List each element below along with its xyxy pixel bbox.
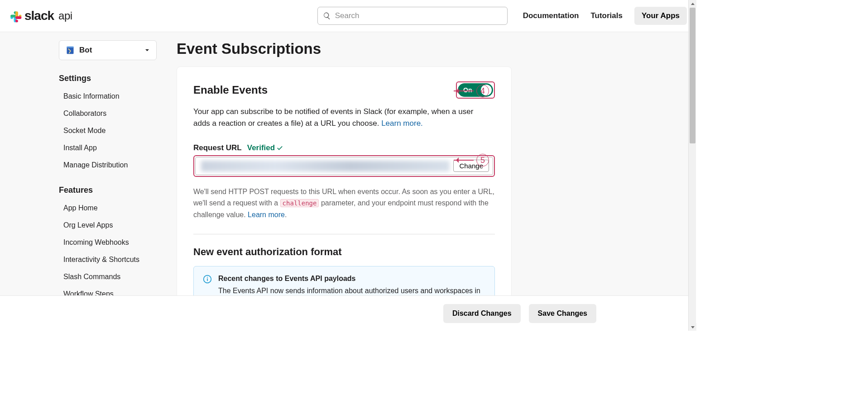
checkmark-icon — [277, 145, 283, 151]
request-url-label: Request URL — [193, 143, 242, 152]
sidebar-item-basic-information[interactable]: Basic Information — [59, 90, 157, 103]
page-title: Event Subscriptions — [177, 40, 687, 57]
learn-more-link[interactable]: Learn more. — [381, 119, 423, 128]
change-url-button[interactable]: Change — [453, 160, 489, 172]
toggle-on-label: On — [463, 86, 472, 94]
request-url-value-redacted — [201, 161, 450, 171]
svg-rect-3 — [207, 279, 208, 281]
enable-events-description: Your app can subscribe to be notified of… — [193, 106, 483, 130]
sidebar-item-app-home[interactable]: App Home — [59, 201, 157, 215]
scrollbar-up-button[interactable] — [689, 0, 696, 8]
request-url-field: Change — [195, 157, 493, 175]
sidebar-item-interactivity-shortcuts[interactable]: Interactivity & Shortcuts — [59, 253, 157, 266]
sidebar-item-manage-distribution[interactable]: Manage Distribution — [59, 158, 157, 172]
app-select-label: Bot — [79, 46, 92, 55]
sidebar-item-install-app[interactable]: Install App — [59, 141, 157, 155]
info-icon — [203, 275, 212, 284]
enable-events-title: Enable Events — [193, 84, 268, 96]
footer-bar: Discard Changes Save Changes — [0, 295, 696, 331]
sidebar-item-org-level-apps[interactable]: Org Level Apps — [59, 219, 157, 232]
scrollbar-vertical[interactable] — [688, 0, 696, 331]
svg-rect-4 — [207, 277, 208, 278]
nav-tutorials[interactable]: Tutorials — [590, 11, 623, 20]
header: slack api Documentation Tutorials Your A… — [0, 0, 696, 32]
helper-learn-more-link[interactable]: Learn more — [248, 211, 285, 219]
scrollbar-down-button[interactable] — [689, 323, 696, 331]
svg-rect-1 — [67, 47, 74, 48]
nav-documentation[interactable]: Documentation — [523, 11, 579, 20]
challenge-code: challenge — [280, 199, 319, 207]
enable-events-toggle[interactable]: On — [458, 83, 493, 97]
sidebar-item-socket-mode[interactable]: Socket Mode — [59, 124, 157, 138]
sidebar-item-slash-commands[interactable]: Slash Commands — [59, 270, 157, 284]
app-icon — [66, 46, 75, 55]
verified-badge: Verified — [247, 143, 283, 152]
content: Event Subscriptions Enable Events On You… — [168, 32, 696, 331]
app-select-dropdown[interactable]: Bot — [59, 40, 157, 60]
slack-logo-icon — [8, 9, 22, 23]
desc-text: Your app can subscribe to be notified of… — [193, 107, 473, 128]
nav-links: Documentation Tutorials Your Apps — [523, 7, 687, 25]
verified-text: Verified — [247, 143, 275, 152]
sidebar-group-features: Features — [59, 185, 168, 195]
sidebar-item-collaborators[interactable]: Collaborators — [59, 107, 157, 120]
sidebar-group-settings: Settings — [59, 74, 168, 83]
main-card: Enable Events On Your app can subscribe … — [177, 67, 512, 331]
annotation-toggle-highlight: On — [456, 81, 495, 99]
logo-api-text: api — [58, 10, 72, 22]
nav-your-apps[interactable]: Your Apps — [634, 7, 687, 25]
notice-title: Recent changes to Events API payloads — [218, 275, 485, 283]
discard-changes-button[interactable]: Discard Changes — [443, 304, 521, 323]
chevron-down-icon — [144, 48, 150, 53]
annotation-url-highlight: Change — [193, 155, 495, 177]
sidebar-item-incoming-webhooks[interactable]: Incoming Webhooks — [59, 236, 157, 249]
logo-text: slack — [24, 9, 54, 23]
toggle-knob — [481, 85, 492, 95]
search-icon — [323, 12, 331, 20]
search-input[interactable] — [317, 7, 508, 25]
sidebar: Bot Settings Basic Information Collabora… — [50, 32, 168, 331]
save-changes-button[interactable]: Save Changes — [529, 304, 596, 323]
auth-format-title: New event authorization format — [193, 246, 495, 258]
scrollbar-thumb[interactable] — [690, 8, 695, 143]
request-url-helper: We'll send HTTP POST requests to this UR… — [193, 186, 495, 221]
divider — [193, 234, 495, 234]
logo[interactable]: slack api — [8, 9, 72, 23]
body: Bot Settings Basic Information Collabora… — [0, 32, 696, 331]
search-wrap — [317, 7, 508, 25]
